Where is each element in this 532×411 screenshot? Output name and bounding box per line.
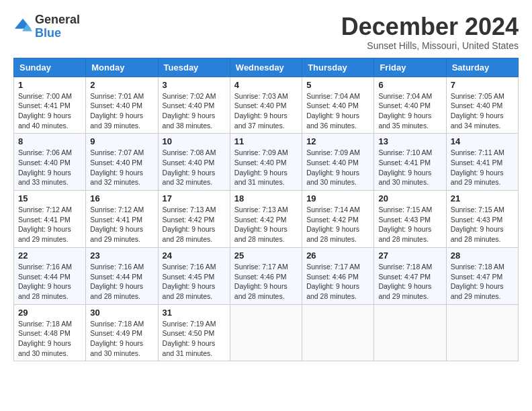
- calendar-cell: 9 Sunrise: 7:07 AM Sunset: 4:40 PM Dayli…: [86, 134, 158, 191]
- day-info: Sunrise: 7:17 AM Sunset: 4:46 PM Dayligh…: [306, 263, 360, 300]
- day-number: 22: [18, 250, 81, 261]
- day-info: Sunrise: 7:12 AM Sunset: 4:41 PM Dayligh…: [18, 205, 72, 243]
- day-info: Sunrise: 7:15 AM Sunset: 4:43 PM Dayligh…: [378, 205, 432, 243]
- day-number: 6: [378, 80, 441, 90]
- day-number: 15: [18, 193, 81, 203]
- logo-general: General: [35, 13, 80, 26]
- day-number: 31: [163, 308, 226, 318]
- calendar-cell: 7 Sunrise: 7:05 AM Sunset: 4:40 PM Dayli…: [446, 77, 518, 134]
- day-number: 8: [18, 136, 81, 146]
- location-subtitle: Sunset Hills, Missouri, United States: [341, 40, 519, 51]
- day-number: 12: [306, 136, 369, 146]
- day-info: Sunrise: 7:18 AM Sunset: 4:48 PM Dayligh…: [18, 320, 72, 357]
- day-number: 16: [90, 193, 153, 203]
- day-info: Sunrise: 7:08 AM Sunset: 4:40 PM Dayligh…: [163, 148, 216, 186]
- day-number: 14: [451, 136, 514, 146]
- calendar-week-row: 22 Sunrise: 7:16 AM Sunset: 4:44 PM Dayl…: [14, 247, 519, 304]
- day-number: 5: [306, 80, 369, 90]
- day-number: 29: [18, 308, 81, 318]
- calendar-cell: 18 Sunrise: 7:13 AM Sunset: 4:42 PM Dayl…: [230, 191, 302, 248]
- day-number: 24: [163, 250, 226, 261]
- day-info: Sunrise: 7:13 AM Sunset: 4:42 PM Dayligh…: [163, 205, 216, 243]
- day-info: Sunrise: 7:02 AM Sunset: 4:40 PM Dayligh…: [163, 92, 216, 130]
- day-info: Sunrise: 7:00 AM Sunset: 4:41 PM Dayligh…: [18, 92, 72, 130]
- day-info: Sunrise: 7:03 AM Sunset: 4:40 PM Dayligh…: [234, 92, 288, 130]
- calendar-cell: 4 Sunrise: 7:03 AM Sunset: 4:40 PM Dayli…: [230, 77, 302, 134]
- day-number: 21: [451, 193, 514, 203]
- day-info: Sunrise: 7:16 AM Sunset: 4:44 PM Dayligh…: [18, 263, 72, 300]
- calendar-cell: 27 Sunrise: 7:18 AM Sunset: 4:47 PM Dayl…: [374, 247, 446, 304]
- title-block: December 2024 Sunset Hills, Missouri, Un…: [341, 13, 519, 51]
- day-info: Sunrise: 7:09 AM Sunset: 4:40 PM Dayligh…: [234, 148, 288, 186]
- day-info: Sunrise: 7:18 AM Sunset: 4:49 PM Dayligh…: [90, 320, 144, 357]
- logo-icon: [13, 17, 32, 36]
- day-number: 20: [378, 193, 441, 203]
- day-number: 25: [234, 250, 298, 261]
- day-info: Sunrise: 7:15 AM Sunset: 4:43 PM Dayligh…: [451, 205, 504, 243]
- calendar-cell: 21 Sunrise: 7:15 AM Sunset: 4:43 PM Dayl…: [446, 191, 518, 248]
- calendar-cell: 12 Sunrise: 7:09 AM Sunset: 4:40 PM Dayl…: [302, 134, 374, 191]
- day-number: 17: [163, 193, 226, 203]
- calendar-cell: 15 Sunrise: 7:12 AM Sunset: 4:41 PM Dayl…: [14, 191, 86, 248]
- calendar-cell: 31 Sunrise: 7:19 AM Sunset: 4:50 PM Dayl…: [158, 304, 230, 361]
- day-info: Sunrise: 7:13 AM Sunset: 4:42 PM Dayligh…: [234, 205, 288, 243]
- calendar-cell: 11 Sunrise: 7:09 AM Sunset: 4:40 PM Dayl…: [230, 134, 302, 191]
- calendar-cell: 28 Sunrise: 7:18 AM Sunset: 4:47 PM Dayl…: [446, 247, 518, 304]
- day-number: 1: [18, 80, 81, 90]
- day-number: 3: [163, 80, 226, 90]
- day-number: 4: [234, 80, 298, 90]
- weekday-header-friday: Friday: [374, 58, 446, 77]
- day-number: 30: [90, 308, 153, 318]
- calendar-cell: 26 Sunrise: 7:17 AM Sunset: 4:46 PM Dayl…: [302, 247, 374, 304]
- calendar-cell: 23 Sunrise: 7:16 AM Sunset: 4:44 PM Dayl…: [86, 247, 158, 304]
- calendar-cell: 20 Sunrise: 7:15 AM Sunset: 4:43 PM Dayl…: [374, 191, 446, 248]
- calendar-cell: 17 Sunrise: 7:13 AM Sunset: 4:42 PM Dayl…: [158, 191, 230, 248]
- calendar-cell: 3 Sunrise: 7:02 AM Sunset: 4:40 PM Dayli…: [158, 77, 230, 134]
- calendar-cell: 25 Sunrise: 7:17 AM Sunset: 4:46 PM Dayl…: [230, 247, 302, 304]
- day-info: Sunrise: 7:06 AM Sunset: 4:40 PM Dayligh…: [18, 148, 72, 186]
- calendar-week-row: 29 Sunrise: 7:18 AM Sunset: 4:48 PM Dayl…: [14, 304, 519, 361]
- page-header: General Blue December 2024 Sunset Hills,…: [13, 13, 519, 51]
- calendar-cell: [374, 304, 446, 361]
- day-info: Sunrise: 7:01 AM Sunset: 4:40 PM Dayligh…: [90, 92, 144, 130]
- day-number: 7: [451, 80, 514, 90]
- calendar-week-row: 15 Sunrise: 7:12 AM Sunset: 4:41 PM Dayl…: [14, 191, 519, 248]
- calendar-cell: [302, 304, 374, 361]
- calendar-cell: 24 Sunrise: 7:16 AM Sunset: 4:45 PM Dayl…: [158, 247, 230, 304]
- weekday-header-sunday: Sunday: [14, 58, 86, 77]
- day-number: 28: [451, 250, 514, 261]
- day-number: 18: [234, 193, 298, 203]
- day-info: Sunrise: 7:17 AM Sunset: 4:46 PM Dayligh…: [234, 263, 288, 300]
- calendar-cell: 6 Sunrise: 7:04 AM Sunset: 4:40 PM Dayli…: [374, 77, 446, 134]
- weekday-header-tuesday: Tuesday: [158, 58, 230, 77]
- day-number: 26: [306, 250, 369, 261]
- day-info: Sunrise: 7:19 AM Sunset: 4:50 PM Dayligh…: [163, 320, 216, 357]
- weekday-header-thursday: Thursday: [302, 58, 374, 77]
- calendar-cell: 10 Sunrise: 7:08 AM Sunset: 4:40 PM Dayl…: [158, 134, 230, 191]
- day-number: 10: [163, 136, 226, 146]
- day-number: 2: [90, 80, 153, 90]
- calendar-cell: 1 Sunrise: 7:00 AM Sunset: 4:41 PM Dayli…: [14, 77, 86, 134]
- calendar-cell: 29 Sunrise: 7:18 AM Sunset: 4:48 PM Dayl…: [14, 304, 86, 361]
- calendar-cell: 22 Sunrise: 7:16 AM Sunset: 4:44 PM Dayl…: [14, 247, 86, 304]
- logo-text: General Blue: [35, 13, 80, 40]
- day-number: 9: [90, 136, 153, 146]
- calendar-cell: 2 Sunrise: 7:01 AM Sunset: 4:40 PM Dayli…: [86, 77, 158, 134]
- day-info: Sunrise: 7:12 AM Sunset: 4:41 PM Dayligh…: [90, 205, 144, 243]
- calendar-cell: 14 Sunrise: 7:11 AM Sunset: 4:41 PM Dayl…: [446, 134, 518, 191]
- day-number: 19: [306, 193, 369, 203]
- logo: General Blue: [13, 13, 80, 40]
- weekday-header-wednesday: Wednesday: [230, 58, 302, 77]
- calendar-cell: 30 Sunrise: 7:18 AM Sunset: 4:49 PM Dayl…: [86, 304, 158, 361]
- weekday-header-row: SundayMondayTuesdayWednesdayThursdayFrid…: [14, 58, 519, 77]
- day-number: 23: [90, 250, 153, 261]
- month-title: December 2024: [341, 13, 519, 40]
- calendar-week-row: 1 Sunrise: 7:00 AM Sunset: 4:41 PM Dayli…: [14, 77, 519, 134]
- day-info: Sunrise: 7:09 AM Sunset: 4:40 PM Dayligh…: [306, 148, 360, 186]
- weekday-header-saturday: Saturday: [446, 58, 518, 77]
- calendar-week-row: 8 Sunrise: 7:06 AM Sunset: 4:40 PM Dayli…: [14, 134, 519, 191]
- day-info: Sunrise: 7:16 AM Sunset: 4:44 PM Dayligh…: [90, 263, 144, 300]
- day-info: Sunrise: 7:07 AM Sunset: 4:40 PM Dayligh…: [90, 148, 144, 186]
- calendar-cell: 13 Sunrise: 7:10 AM Sunset: 4:41 PM Dayl…: [374, 134, 446, 191]
- day-number: 27: [378, 250, 441, 261]
